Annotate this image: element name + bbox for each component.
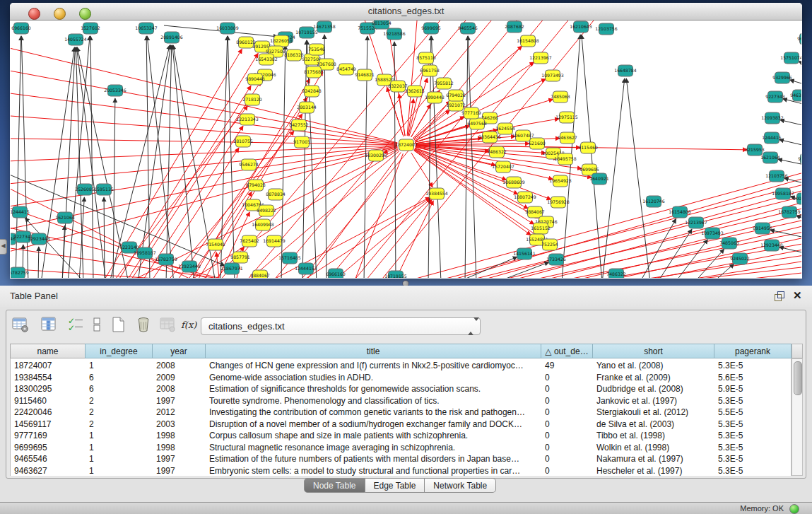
graph-node[interactable]: 9699695	[421, 23, 441, 34]
graph-node[interactable]: 10973493	[701, 228, 724, 239]
table-cell[interactable]: 0	[541, 442, 592, 454]
graph-node[interactable]: 1990448	[425, 92, 445, 103]
table-cell[interactable]: 22420046	[10, 407, 85, 419]
function-builder-icon[interactable]: f(x)	[180, 315, 199, 335]
graph-node[interactable]: 8878834	[266, 189, 286, 200]
graph-node[interactable]: 9227343	[765, 91, 785, 103]
table-cell[interactable]: Genome-wide association studies in ADHD.	[205, 372, 541, 384]
table-cell[interactable]: 14569117	[10, 419, 85, 431]
zoom-window-button[interactable]	[79, 8, 91, 20]
graph-node[interactable]: 8215953	[745, 144, 765, 156]
graph-node[interactable]: 9242848	[302, 86, 322, 97]
graph-node[interactable]: 9463627	[558, 132, 577, 144]
table-cell[interactable]: de Silva et al. (2003)	[592, 419, 714, 431]
graph-node[interactable]: 19218586	[383, 28, 406, 40]
graph-node[interactable]: 7625402	[240, 235, 259, 247]
table-cell[interactable]: 2008	[152, 360, 205, 372]
graph-node[interactable]: 18807249	[514, 192, 536, 203]
graph-node[interactable]: 10688609	[502, 177, 525, 188]
table-cell[interactable]: Dudbridge et al. (2008)	[592, 383, 714, 395]
table-cell[interactable]: 9115460	[10, 395, 85, 407]
graph-node[interactable]: 16154808	[517, 35, 539, 47]
table-cell[interactable]: 5.3E-5	[714, 360, 792, 372]
graph-node[interactable]: 917003	[293, 136, 310, 148]
graph-node[interactable]: 8454749	[336, 64, 356, 75]
column-header-pagerank[interactable]: pagerank	[714, 344, 792, 358]
graph-node[interactable]: 1244415	[762, 132, 782, 144]
network-window[interactable]: citations_edges.txt 18724007696616014055…	[10, 3, 802, 279]
table-cell[interactable]: 1	[85, 360, 152, 372]
table-cell[interactable]: 0	[541, 465, 592, 477]
graph-node[interactable]: 1244415	[11, 206, 30, 218]
graph-node[interactable]: 9777169	[461, 107, 481, 119]
table-cell[interactable]: 2	[85, 419, 152, 431]
table-cell[interactable]: 2	[85, 407, 152, 419]
graph-node[interactable]: 9857791	[230, 252, 250, 263]
graph-node[interactable]: 8960123	[236, 37, 256, 48]
table-cell[interactable]: 18724007	[10, 360, 85, 372]
table-cell[interactable]: 5.3E-5	[714, 453, 792, 465]
graph-node[interactable]: 9884067	[250, 270, 270, 278]
graph-node[interactable]: 8186328	[284, 49, 304, 61]
graph-node[interactable]: 1615152	[531, 223, 551, 234]
table-cell[interactable]: Investigating the contribution of common…	[205, 407, 541, 419]
graph-node[interactable]: 14156141	[513, 248, 536, 259]
table-cell[interactable]: Embryonic stem cells: a model to study s…	[205, 465, 541, 477]
table-cell[interactable]: 1997	[152, 465, 205, 477]
table-cell[interactable]: 0	[541, 407, 592, 419]
table-cell[interactable]: 0	[541, 453, 592, 465]
graph-node[interactable]: 8813054	[372, 21, 392, 29]
table-cell[interactable]: Tourette syndrome. Phenomenology and cla…	[205, 395, 541, 407]
graph-node[interactable]: 9465546	[801, 59, 801, 71]
column-header-short[interactable]: short	[592, 344, 714, 358]
graph-node[interactable]: 7955812	[434, 78, 454, 89]
column-header-in_degree[interactable]: in_degree	[85, 344, 152, 358]
graph-node[interactable]: 6966160	[11, 23, 31, 34]
graph-node[interactable]: 1621064	[760, 152, 780, 163]
graph-node[interactable]: 7486322	[487, 146, 507, 158]
graph-node[interactable]: 2087682	[505, 21, 524, 33]
graph-node[interactable]: 6497568	[467, 118, 487, 129]
table-cell[interactable]: Changes of HCN gene expression and I(f) …	[205, 360, 541, 372]
graph-node[interactable]: 21867971	[220, 263, 243, 274]
network-view-canvas[interactable]: 1872400769661601405572415276021065324720…	[11, 21, 801, 278]
table-cell[interactable]: 5.6E-5	[714, 372, 792, 384]
table-cell[interactable]: 2009	[152, 372, 205, 384]
graph-node[interactable]: 12093832	[761, 112, 784, 124]
table-cell[interactable]: Tibbo et al. (1998)	[592, 430, 714, 442]
graph-node[interactable]: 1362615	[405, 86, 425, 97]
close-window-button[interactable]	[28, 8, 40, 20]
table-cell[interactable]: 1997	[152, 453, 205, 465]
table-cell[interactable]: 9463627	[10, 465, 85, 477]
panel-collapse-arrow-icon[interactable]: ◀	[0, 239, 7, 255]
table-cell[interactable]: 5.5E-5	[714, 407, 792, 419]
graph-node[interactable]: 16648784	[614, 65, 637, 76]
graph-node[interactable]: 6966160	[326, 269, 346, 278]
graph-node[interactable]: 9546274	[239, 159, 259, 170]
table-select-dropdown[interactable]: citations_edges.txt	[201, 317, 481, 335]
graph-node[interactable]: 9245022	[730, 253, 750, 264]
table-cell[interactable]: Yano et al. (2008)	[592, 360, 714, 372]
graph-node[interactable]: 10025418	[793, 193, 801, 204]
graph-node[interactable]: 9146821	[355, 69, 375, 81]
graph-node[interactable]: 8175685	[304, 66, 324, 78]
graph-node[interactable]: 2526085	[75, 184, 95, 195]
table-cell[interactable]: 5.3E-5	[714, 395, 792, 407]
graph-node[interactable]: 6961758	[420, 65, 440, 76]
graph-node[interactable]: 20891406	[160, 32, 183, 43]
table-cell[interactable]: Jankovic et al. (1997)	[592, 395, 714, 407]
graph-node[interactable]: 15720407	[492, 161, 514, 173]
graph-node[interactable]: 9699695	[797, 33, 801, 45]
minimize-window-button[interactable]	[54, 8, 66, 20]
table-cell[interactable]: 0	[541, 395, 592, 407]
table-cell[interactable]: 9465546	[10, 453, 85, 465]
tab-edge-table[interactable]: Edge Table	[365, 478, 425, 493]
table-settings-icon[interactable]	[11, 315, 31, 335]
graph-node[interactable]: 7485063	[551, 91, 570, 103]
tab-network-table[interactable]: Network Table	[425, 478, 496, 493]
table-cell[interactable]: 2	[85, 395, 152, 407]
graph-node[interactable]: 14055724	[64, 34, 87, 45]
graph-node[interactable]: 1527602	[81, 23, 100, 34]
column-header-name[interactable]: name	[10, 344, 85, 358]
table-cell[interactable]: Estimation of significance thresholds fo…	[205, 383, 541, 395]
